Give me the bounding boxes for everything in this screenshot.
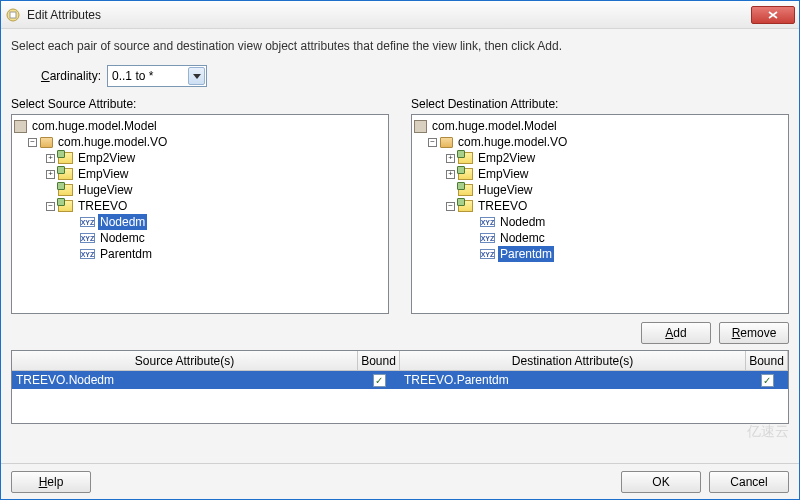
td-bound-source[interactable]: ✓ xyxy=(358,374,400,387)
tree-package[interactable]: −com.huge.model.VO xyxy=(14,134,386,150)
cancel-button[interactable]: Cancel xyxy=(709,471,789,493)
tree-view[interactable]: +EmpView xyxy=(414,166,786,182)
help-button[interactable]: Help xyxy=(11,471,91,493)
cardinality-select[interactable]: 0..1 to * xyxy=(107,65,207,87)
tree-root[interactable]: com.huge.model.Model xyxy=(414,118,786,134)
view-icon xyxy=(58,200,73,212)
view-icon xyxy=(58,184,73,196)
instruction-text: Select each pair of source and destinati… xyxy=(11,39,789,53)
app-icon xyxy=(5,7,21,23)
td-bound-destination[interactable]: ✓ xyxy=(746,374,788,387)
attribute-icon xyxy=(80,233,95,243)
view-icon xyxy=(458,168,473,180)
attribute-icon xyxy=(80,217,95,227)
tree-root[interactable]: com.huge.model.Model xyxy=(14,118,386,134)
tree-view[interactable]: +EmpView xyxy=(14,166,386,182)
attribute-icon xyxy=(480,233,495,243)
table-header: Source Attribute(s) Bound Destination At… xyxy=(12,351,788,371)
tree-attribute-selected[interactable]: Nodedm xyxy=(14,214,386,230)
view-icon xyxy=(458,152,473,164)
checkbox-checked-icon: ✓ xyxy=(373,374,386,387)
tree-attribute[interactable]: Nodemc xyxy=(414,230,786,246)
attribute-icon xyxy=(480,217,495,227)
titlebar: Edit Attributes xyxy=(1,1,799,29)
chevron-down-icon xyxy=(188,67,205,85)
attribute-panels: Select Source Attribute: com.huge.model.… xyxy=(11,97,789,314)
th-bound-source[interactable]: Bound xyxy=(358,351,400,370)
tree-view[interactable]: HugeView xyxy=(414,182,786,198)
cardinality-label: Cardinality: xyxy=(41,69,101,83)
collapse-icon[interactable]: − xyxy=(428,138,437,147)
source-panel-label: Select Source Attribute: xyxy=(11,97,389,111)
source-tree[interactable]: com.huge.model.Model −com.huge.model.VO … xyxy=(11,114,389,314)
expand-icon[interactable]: + xyxy=(446,170,455,179)
edit-attributes-dialog: Edit Attributes Select each pair of sour… xyxy=(0,0,800,500)
collapse-icon[interactable]: − xyxy=(46,202,55,211)
view-icon xyxy=(458,200,473,212)
tree-attribute[interactable]: Nodedm xyxy=(414,214,786,230)
add-button[interactable]: Add xyxy=(641,322,711,344)
td-destination: TREEVO.Parentdm xyxy=(400,373,746,387)
tree-attribute-selected[interactable]: Parentdm xyxy=(414,246,786,262)
destination-panel-label: Select Destination Attribute: xyxy=(411,97,789,111)
package-icon xyxy=(440,137,453,148)
link-table: Source Attribute(s) Bound Destination At… xyxy=(11,350,789,424)
th-bound-destination[interactable]: Bound xyxy=(746,351,788,370)
table-row[interactable]: TREEVO.Nodedm ✓ TREEVO.Parentdm ✓ xyxy=(12,371,788,389)
tree-attribute[interactable]: Parentdm xyxy=(14,246,386,262)
model-icon xyxy=(414,120,427,133)
dialog-content: Select each pair of source and destinati… xyxy=(1,29,799,463)
remove-button[interactable]: Remove xyxy=(719,322,789,344)
destination-tree[interactable]: com.huge.model.Model −com.huge.model.VO … xyxy=(411,114,789,314)
tree-view[interactable]: +Emp2View xyxy=(414,150,786,166)
attribute-icon xyxy=(480,249,495,259)
tree-attribute[interactable]: Nodemc xyxy=(14,230,386,246)
checkbox-checked-icon: ✓ xyxy=(761,374,774,387)
destination-panel: Select Destination Attribute: com.huge.m… xyxy=(411,97,789,314)
add-remove-row: Add Remove xyxy=(11,322,789,344)
th-destination[interactable]: Destination Attribute(s) xyxy=(400,351,746,370)
cardinality-value: 0..1 to * xyxy=(112,69,153,83)
dialog-title: Edit Attributes xyxy=(27,8,751,22)
view-icon xyxy=(458,184,473,196)
close-button[interactable] xyxy=(751,6,795,24)
svg-rect-1 xyxy=(10,12,16,18)
expand-icon[interactable]: + xyxy=(46,154,55,163)
expand-icon[interactable]: + xyxy=(446,154,455,163)
tree-view[interactable]: −TREEVO xyxy=(414,198,786,214)
collapse-icon[interactable]: − xyxy=(446,202,455,211)
model-icon xyxy=(14,120,27,133)
view-icon xyxy=(58,168,73,180)
source-panel: Select Source Attribute: com.huge.model.… xyxy=(11,97,389,314)
ok-button[interactable]: OK xyxy=(621,471,701,493)
td-source: TREEVO.Nodedm xyxy=(12,373,358,387)
th-source[interactable]: Source Attribute(s) xyxy=(12,351,358,370)
cardinality-row: Cardinality: 0..1 to * xyxy=(11,65,789,87)
view-icon xyxy=(58,152,73,164)
tree-view[interactable]: +Emp2View xyxy=(14,150,386,166)
collapse-icon[interactable]: − xyxy=(28,138,37,147)
attribute-icon xyxy=(80,249,95,259)
tree-view[interactable]: HugeView xyxy=(14,182,386,198)
expand-icon[interactable]: + xyxy=(46,170,55,179)
dialog-footer: Help OK Cancel xyxy=(1,463,799,499)
tree-package[interactable]: −com.huge.model.VO xyxy=(414,134,786,150)
close-icon xyxy=(768,11,778,19)
package-icon xyxy=(40,137,53,148)
tree-view[interactable]: −TREEVO xyxy=(14,198,386,214)
